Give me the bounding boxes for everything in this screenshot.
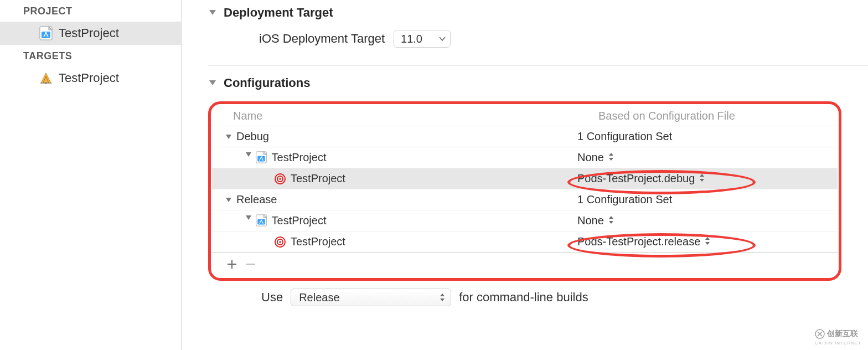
use-suffix-label: for command-line builds xyxy=(459,290,588,305)
remove-configuration-button[interactable] xyxy=(245,256,256,274)
disclosure-triangle-icon xyxy=(225,133,232,140)
xcode-project-icon xyxy=(245,214,267,227)
deployment-target-title: Deployment Target xyxy=(224,6,333,20)
target-icon xyxy=(274,173,286,185)
svg-point-8 xyxy=(279,178,281,180)
updown-icon xyxy=(608,151,614,164)
sidebar-project-item[interactable]: TestProject xyxy=(0,22,181,45)
target-icon xyxy=(274,236,286,248)
disclosure-triangle-icon[interactable] xyxy=(208,7,217,19)
config-row-based-value: None xyxy=(577,151,604,164)
ios-deployment-target-value: 11.0 xyxy=(401,33,422,45)
use-configuration-value: Release xyxy=(299,291,339,304)
use-configuration-row: Use Release for command-line builds xyxy=(208,281,841,306)
config-row-name: Release xyxy=(236,193,277,206)
config-row-based-value: Pods-TestProject.release xyxy=(577,235,700,248)
sidebar-target-label: TestProject xyxy=(59,71,119,85)
config-row-based-cell: 1 Configuration Set xyxy=(577,193,838,206)
sidebar-targets-header: TARGETS xyxy=(0,45,181,66)
xcode-project-icon xyxy=(39,26,53,40)
config-row-name: TestProject xyxy=(272,151,327,164)
sidebar: PROJECT TestProject TARGETS xyxy=(0,0,182,350)
config-row-based-value: None xyxy=(577,214,604,227)
ios-deployment-target-label: iOS Deployment Target xyxy=(259,32,385,46)
svg-point-2 xyxy=(45,32,47,34)
svg-point-3 xyxy=(45,82,47,84)
configurations-table-header: Name Based on Configuration File xyxy=(212,107,838,126)
highlight-box: Name Based on Configuration File Debug1 … xyxy=(208,101,841,281)
updown-icon xyxy=(440,293,445,302)
sidebar-project-header: PROJECT xyxy=(0,0,181,22)
ios-deployment-target-combo[interactable]: 11.0 xyxy=(394,30,451,48)
config-row-project[interactable]: TestProjectNone xyxy=(212,147,838,168)
disclosure-triangle-icon[interactable] xyxy=(208,77,217,90)
config-row-based-value: Pods-TestProject.debug xyxy=(577,172,695,185)
config-row-target[interactable]: TestProjectPods-TestProject.release xyxy=(212,231,838,253)
config-row-based-cell[interactable]: None xyxy=(577,214,838,227)
config-row-name: Debug xyxy=(236,130,269,143)
config-row-based-cell[interactable]: None xyxy=(577,151,838,164)
column-based-on[interactable]: Based on Configuration File xyxy=(598,110,838,122)
sidebar-project-label: TestProject xyxy=(59,26,119,40)
disclosure-triangle-icon xyxy=(225,197,232,203)
section-divider xyxy=(208,65,868,66)
chevron-down-icon xyxy=(439,34,446,43)
column-name[interactable]: Name xyxy=(233,110,598,122)
configurations-section: Configurations xyxy=(182,76,868,101)
sidebar-target-item[interactable]: TestProject xyxy=(0,66,181,90)
updown-icon xyxy=(608,214,614,227)
config-row-name: TestProject xyxy=(291,172,345,185)
svg-point-13 xyxy=(279,241,281,243)
xcode-project-icon xyxy=(245,151,267,164)
config-row-config[interactable]: Debug1 Configuration Set xyxy=(212,126,838,147)
config-row-config[interactable]: Release1 Configuration Set xyxy=(212,189,838,210)
add-configuration-button[interactable] xyxy=(226,256,237,274)
app-target-icon xyxy=(39,71,53,85)
config-row-project[interactable]: TestProjectNone xyxy=(212,210,838,231)
watermark: 创新互联 CAIXIN INTERNET xyxy=(815,329,861,346)
main-panel: Deployment Target iOS Deployment Target … xyxy=(182,0,868,350)
use-configuration-select[interactable]: Release xyxy=(291,289,451,306)
config-row-name: TestProject xyxy=(291,235,345,248)
config-row-based-cell: 1 Configuration Set xyxy=(577,130,838,143)
configurations-area: Name Based on Configuration File Debug1 … xyxy=(208,101,841,306)
use-label: Use xyxy=(261,290,283,305)
updown-icon xyxy=(699,172,705,185)
updown-icon xyxy=(705,235,710,248)
deployment-target-section: Deployment Target iOS Deployment Target … xyxy=(182,6,868,65)
config-row-based-cell[interactable]: Pods-TestProject.debug xyxy=(577,172,838,185)
config-row-based-value: 1 Configuration Set xyxy=(577,193,672,206)
config-row-name: TestProject xyxy=(272,214,327,227)
configurations-table-body: Debug1 Configuration Set TestProjectNone… xyxy=(212,126,838,253)
config-row-based-value: 1 Configuration Set xyxy=(577,130,672,143)
config-row-target[interactable]: TestProjectPods-TestProject.debug xyxy=(212,168,838,189)
config-row-based-cell[interactable]: Pods-TestProject.release xyxy=(577,235,838,248)
configurations-title: Configurations xyxy=(224,76,310,90)
